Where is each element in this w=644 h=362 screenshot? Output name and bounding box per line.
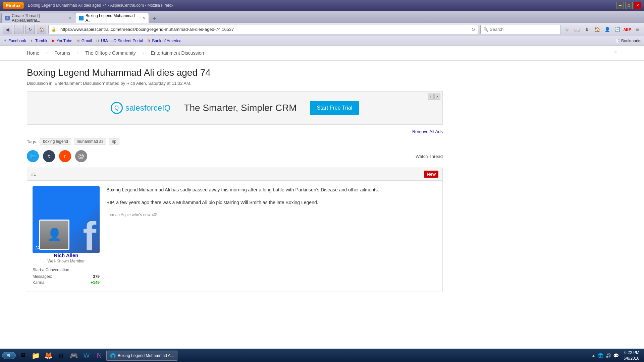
taskbar-active-window[interactable]: 🌐 Boxing Legend Muhammad A... [106, 351, 177, 361]
search-icon: 🔍 [483, 27, 488, 32]
adblock-button[interactable]: ABP [623, 25, 631, 34]
tag-muhammad-ali[interactable]: muhammad ali [74, 138, 106, 145]
minimize-button[interactable]: ─ [616, 2, 624, 9]
bookmark-gmail[interactable]: M Gmail [76, 39, 92, 43]
taskbar-onenote[interactable]: N [94, 350, 105, 361]
bookmark-facebook[interactable]: f Facebook [3, 39, 26, 43]
close-button[interactable]: ✕ [634, 2, 641, 9]
ad-close-button[interactable]: ✕ [434, 94, 440, 100]
bookmark-youtube-label: YouTube [57, 39, 72, 43]
bookmark-youtube[interactable]: ▶ YouTube [51, 39, 72, 43]
taskbar-firefox[interactable]: 🦊 [43, 350, 54, 361]
umass-bookmark-icon: U [95, 39, 100, 43]
twitter-icon: 🐦 [29, 153, 37, 160]
back-button[interactable]: ◀ [3, 25, 12, 34]
tags-row: Tags: boxing legend muhammad ali rip [27, 138, 443, 145]
tab-close-2[interactable]: ✕ [142, 16, 145, 20]
sitenav-home[interactable]: Home [27, 49, 39, 57]
window-controls: ─ □ ✕ [616, 2, 641, 9]
taskbar-steam[interactable]: 🎮 [68, 350, 79, 361]
menu-button[interactable]: ≡ [633, 25, 641, 34]
start-conversation-link[interactable]: Start a Conversation [33, 267, 100, 272]
title-bar-text: Boxing Legend Muhammad Ali dies aged 74 … [28, 3, 173, 8]
windows-icon: ⊞ [6, 353, 10, 358]
tags-label: Tags: [27, 139, 37, 144]
twitter-share-button[interactable]: 🐦 [27, 150, 39, 162]
reddit-share-button[interactable]: r [59, 150, 71, 162]
tab-boxing-legend[interactable]: 🌐 Boxing Legend Muhammad A... ✕ [75, 13, 149, 23]
home-button[interactable]: 🏠 [37, 25, 46, 34]
notification-icon[interactable]: 💬 [613, 353, 619, 358]
tab-create-thread[interactable]: A Create Thread | AspiesCentral... ✕ [1, 13, 75, 23]
tab-bar: A Create Thread | AspiesCentral... ✕ 🌐 B… [0, 11, 644, 23]
tumblr-bookmark-icon: t [30, 39, 34, 43]
tumblr-icon: t [48, 154, 50, 159]
remove-ads-section: Remove All Ads [27, 129, 443, 134]
clock-date: 6/8/2016 [624, 356, 639, 361]
tumblr-share-button[interactable]: t [43, 150, 55, 162]
watch-thread-link[interactable]: Watch Thread [416, 154, 443, 159]
sitenav-entertainment[interactable]: Entertainment Discussion [151, 49, 204, 57]
tag-boxing-legend[interactable]: boxing legend [40, 138, 71, 145]
sitenav-menu-button[interactable]: ≡ [613, 50, 617, 57]
sitenav-forums[interactable]: Forums [54, 49, 70, 57]
volume-icon[interactable]: 🔊 [605, 353, 611, 358]
onenote-icon: N [97, 352, 102, 359]
taskbar-file-explorer[interactable]: 📁 [30, 350, 41, 361]
profile-button[interactable]: 👤 [603, 25, 611, 34]
reading-list-button[interactable]: 📖 [573, 25, 581, 34]
bookmark-bofa[interactable]: B Bank of America [146, 39, 181, 43]
remove-ads-link[interactable]: Remove All Ads [412, 129, 443, 134]
tab-close-1[interactable]: ✕ [68, 16, 71, 20]
ad-info-button[interactable]: i [428, 94, 434, 100]
system-clock[interactable]: 6:22 PM 6/8/2016 [621, 350, 642, 361]
facebook-bookmark-icon: f [3, 39, 7, 43]
network-icon[interactable]: 🌐 [598, 353, 603, 358]
forward-button[interactable]: ▶ [14, 25, 23, 34]
reddit-icon: r [64, 153, 66, 160]
post-text-content: Boxing Legend Muhammad Ali has sadly pas… [106, 186, 437, 286]
sync-button[interactable]: 🔄 [613, 25, 621, 34]
sfiq-logo: Q salesforceIQ [111, 102, 171, 114]
address-bar[interactable] [58, 25, 470, 34]
new-tab-button[interactable]: + [150, 15, 158, 23]
title-bar: Firefox Boxing Legend Muhammad Ali dies … [0, 0, 644, 11]
thread-meta: Discussion in 'Entertainment Discussion'… [27, 81, 443, 86]
tray-expand-icon[interactable]: ▲ [591, 353, 596, 358]
refresh-icon[interactable]: ↻ [471, 27, 475, 32]
bookmark-umass[interactable]: U UMassD Student Portal [95, 39, 143, 43]
browser-home-button[interactable]: 🏠 [593, 25, 601, 34]
bookmark-tumblr[interactable]: t Tumblr [30, 39, 48, 43]
gmail-bookmark-icon: M [76, 39, 80, 43]
bookmark-tumblr-label: Tumblr [35, 39, 48, 43]
ad-cta-button[interactable]: Start Free Trial [310, 101, 359, 115]
start-button[interactable]: ⊞ [2, 352, 16, 359]
desktop-icon: 🖥 [20, 352, 26, 359]
taskbar-settings[interactable]: ⚙ [55, 350, 67, 361]
sitenav-offtopic[interactable]: The Offtopic Community [85, 49, 136, 57]
taskbar-show-desktop[interactable]: 🖥 [17, 350, 29, 361]
firefox-icon: 🦊 [44, 352, 53, 360]
bookmark-facebook-label: Facebook [8, 39, 26, 43]
download-button[interactable]: ⬇ [583, 25, 591, 34]
taskbar-word[interactable]: W [81, 350, 92, 361]
post-paragraph-1: Boxing Legend Muhammad Ali has sadly pas… [106, 186, 437, 193]
user-avatar-wrapper: 👤 [39, 220, 100, 250]
taskbar: ⊞ 🖥 📁 🦊 ⚙ 🎮 W N 🌐 Boxing Legend Muhammad… [0, 349, 644, 362]
tab-favicon-2: 🌐 [79, 16, 84, 20]
page-content: Boxing Legend Muhammad Ali dies aged 74 … [0, 61, 470, 299]
tag-rip[interactable]: rip [109, 138, 119, 145]
email-share-button[interactable]: @ [75, 150, 87, 162]
ad-tagline: The Smarter, Simpler CRM [184, 103, 297, 113]
refresh-button[interactable]: ↻ [25, 25, 35, 34]
maximize-button[interactable]: □ [625, 2, 633, 9]
search-input[interactable] [490, 27, 558, 32]
bookmark-icon: 📑 [615, 39, 620, 43]
firefox-menu-button[interactable]: Firefox [3, 2, 24, 9]
folder-icon: 📁 [32, 352, 40, 360]
social-share-row: 🐦 t r @ Watch Thread [27, 150, 443, 162]
active-window-icon: 🌐 [110, 353, 116, 358]
bookmark-star-button[interactable]: ☆ [563, 25, 571, 34]
avatar: 👤 [39, 220, 69, 250]
user-messages-stat: Messages: 379 [33, 274, 100, 279]
